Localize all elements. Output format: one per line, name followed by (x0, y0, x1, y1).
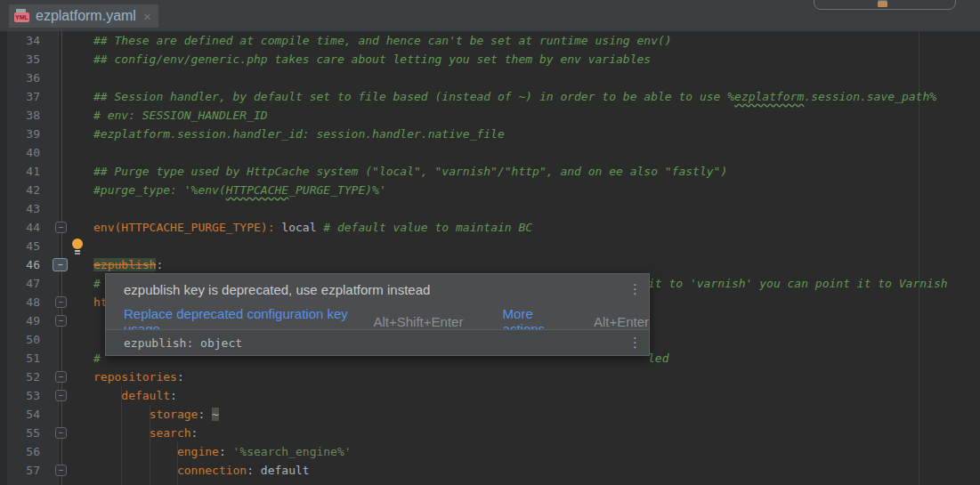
line-number[interactable]: 39 (7, 125, 49, 143)
code-segment: ## Purge type used by HttpCache system (… (93, 165, 727, 178)
line-number[interactable]: 47 (7, 274, 49, 293)
line-number[interactable]: 49 (7, 311, 49, 330)
line-number[interactable]: 57 (7, 461, 49, 480)
tab-close-icon[interactable]: × (143, 9, 151, 24)
line-number[interactable]: 41 (7, 162, 49, 181)
code-line[interactable]: env(HTTPCACHE_PURGE_TYPE): local # defau… (89, 218, 980, 237)
code-segment: ## These are defined at compile time, an… (93, 34, 672, 47)
inspection-popup: ezpublish key is deprecated, use ezplatf… (105, 273, 650, 356)
code-segment: #ezplatform.session.handler_id: session.… (93, 127, 505, 141)
code-segment: HTTPCACHE (226, 183, 288, 197)
line-number[interactable]: 51 (7, 349, 49, 368)
code-line[interactable]: default: (89, 386, 980, 405)
toolbar-widget-icon (878, 2, 887, 7)
line-number[interactable]: 46 (7, 255, 49, 274)
code-segment: '%search_engine%' (233, 445, 352, 458)
fold-marker-icon[interactable]: − (55, 371, 67, 383)
code-segment: : (247, 464, 261, 477)
line-number[interactable]: 44 (7, 218, 49, 237)
fold-marker-icon[interactable]: − (55, 427, 67, 439)
code-segment: it to 'varnish' you can point it to Varn… (648, 274, 948, 293)
code-segment: env(HTTPCACHE_PURGE_TYPE): (93, 221, 275, 234)
fold-marker-icon[interactable]: − (55, 315, 67, 327)
code-line[interactable]: #purge_type: '%env(HTTPCACHE_PURGE_TYPE)… (89, 181, 980, 199)
line-number[interactable]: 43 (7, 199, 49, 218)
code-line[interactable]: # env: SESSION_HANDLER_ID (89, 106, 980, 125)
line-number[interactable]: 40 (7, 143, 49, 162)
line-number[interactable]: 42 (7, 181, 49, 199)
code-line[interactable]: engine: '%search_engine%' (89, 442, 980, 461)
line-number[interactable]: 35 (7, 50, 49, 69)
code-line[interactable]: #ezplatform.session.handler_id: session.… (89, 125, 980, 143)
line-number[interactable]: 50 (7, 330, 49, 349)
fold-marker-icon[interactable]: − (55, 390, 67, 401)
doc-section: ezpublish: object ⋮ (106, 329, 649, 355)
code-segment: ## Session handler, by default set to fi… (93, 90, 734, 103)
line-number[interactable]: 36 (7, 69, 49, 87)
code-segment: ezpublish (93, 258, 156, 271)
gutter-edge-strip (0, 31, 7, 485)
tab-ezplatform-yaml[interactable]: YML ezplatform.yaml × (9, 4, 158, 28)
code-line[interactable]: ## config/env/generic.php takes care abo… (89, 50, 980, 69)
line-number[interactable]: 55 (7, 424, 49, 442)
intention-bulb-icon[interactable] (71, 238, 84, 255)
code-line[interactable]: connection: default (89, 461, 980, 480)
toolbar-widget-cutoff[interactable] (814, 0, 956, 10)
code-line[interactable]: ## These are defined at compile time, an… (89, 31, 980, 50)
code-segment: # (93, 352, 101, 365)
yaml-file-icon: YML (14, 9, 29, 23)
line-number[interactable]: 37 (7, 87, 49, 106)
fold-marker-icon[interactable]: − (55, 465, 67, 476)
code-segment: # (93, 277, 101, 290)
code-line[interactable] (89, 69, 980, 87)
line-number[interactable]: 38 (7, 106, 49, 125)
code-segment: repositories (93, 370, 177, 384)
line-number[interactable]: 45 (7, 237, 49, 255)
code-segment: : (198, 408, 212, 421)
line-number[interactable]: 53 (7, 386, 49, 405)
line-number[interactable]: 48 (7, 293, 49, 311)
code-segment: led (648, 349, 668, 368)
doc-menu-icon[interactable]: ⋮ (628, 335, 642, 351)
line-number[interactable]: 52 (7, 368, 49, 386)
code-line[interactable] (89, 199, 980, 218)
line-number[interactable]: 54 (7, 405, 49, 424)
tab-title: ezplatform.yaml (36, 8, 136, 24)
code-segment: # default value to maintain BC (323, 221, 532, 234)
code-segment: storage (150, 408, 198, 421)
code-segment: #purge_type: '%env( (93, 183, 226, 197)
primary-shortcut: Alt+Shift+Enter (374, 314, 464, 329)
code-line[interactable]: ezpublish: (89, 255, 980, 274)
code-line[interactable] (89, 237, 980, 255)
ide-window: YML ezplatform.yaml × 34## These are def… (0, 0, 980, 485)
popup-menu-icon[interactable]: ⋮ (628, 281, 642, 297)
code-line[interactable]: search: (89, 424, 980, 442)
code-segment (93, 389, 121, 402)
code-segment (93, 426, 150, 440)
fold-marker-icon[interactable]: − (55, 296, 67, 308)
code-segment: : (191, 426, 198, 440)
code-segment (93, 464, 177, 477)
code-segment: : (156, 258, 163, 271)
code-line[interactable]: ## Purge type used by HttpCache system (… (89, 162, 980, 181)
code-line[interactable]: ## Session handler, by default set to fi… (89, 87, 980, 106)
fold-collapse-widget[interactable]: − (53, 258, 68, 271)
secondary-shortcut: Alt+Enter (594, 314, 649, 329)
code-line[interactable]: repositories: (89, 368, 980, 386)
line-number[interactable]: 34 (7, 31, 49, 50)
code-segment: ## config/env/generic.php takes care abo… (93, 53, 651, 66)
code-segment: connection (177, 464, 247, 477)
code-segment: ~ (212, 408, 219, 421)
code-segment: ezplatform (734, 90, 804, 103)
code-segment: default (261, 464, 310, 477)
fold-marker-icon[interactable]: − (55, 222, 67, 233)
code-line[interactable]: storage: ~ (89, 405, 980, 424)
code-segment (93, 408, 150, 421)
code-segment: : (177, 370, 184, 384)
code-segment: .session.save_path% (804, 90, 936, 103)
code-segment: engine (177, 445, 219, 458)
line-number[interactable]: 56 (7, 442, 49, 461)
code-segment: local (275, 221, 324, 234)
code-line[interactable] (89, 143, 980, 162)
code-editor[interactable]: 34## These are defined at compile time, … (0, 31, 980, 485)
